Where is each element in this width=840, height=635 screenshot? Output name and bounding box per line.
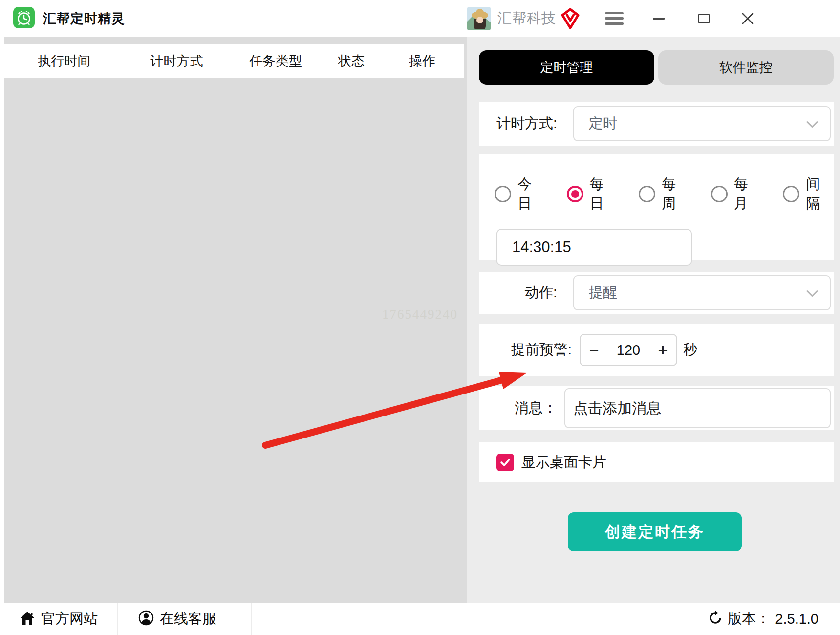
app-window: 汇帮定时精灵 汇帮科技 xyxy=(0,0,840,635)
tab-software-monitor[interactable]: 软件监控 xyxy=(658,50,834,85)
app-title: 汇帮定时精灵 xyxy=(43,10,125,27)
radio-weekly[interactable]: 每周 xyxy=(639,175,689,214)
radio-interval[interactable]: 间隔 xyxy=(783,175,834,214)
radio-circle xyxy=(639,186,655,202)
column-header-task-type: 任务类型 xyxy=(229,52,322,70)
radio-circle xyxy=(495,186,511,202)
titlebar: 汇帮定时精灵 汇帮科技 xyxy=(0,0,840,37)
brand-v-badge-icon xyxy=(561,8,580,29)
action-select[interactable]: 提醒 xyxy=(573,275,831,310)
early-warning-value[interactable]: 120 xyxy=(617,342,640,358)
message-row: 消息： 点击添加消息 xyxy=(479,386,834,430)
panel-tabs: 定时管理 软件监控 xyxy=(479,50,834,85)
home-icon xyxy=(20,610,35,628)
online-support-link[interactable]: 在线客服 xyxy=(118,603,252,635)
action-label: 动作: xyxy=(479,283,557,303)
app-logo-alarm-clock-icon xyxy=(13,6,35,31)
column-header-run-time: 执行时间 xyxy=(4,52,124,70)
brand-name: 汇帮科技 xyxy=(497,9,556,28)
desktop-card-row: 显示桌面卡片 xyxy=(479,442,834,482)
footer-bar: 官方网站 在线客服 版本： 2.5.1.0 xyxy=(0,603,840,635)
radio-today[interactable]: 今日 xyxy=(495,175,545,214)
early-warning-row: 提前预警: − 120 + 秒 xyxy=(479,324,834,376)
column-header-timing-mode: 计时方式 xyxy=(124,52,229,70)
early-warning-stepper: − 120 + xyxy=(580,334,677,366)
person-icon xyxy=(138,610,154,628)
version-info[interactable]: 版本： 2.5.1.0 xyxy=(708,609,840,629)
show-desktop-card-checkbox[interactable] xyxy=(496,454,514,471)
timing-mode-value: 定时 xyxy=(589,114,617,133)
early-warning-label: 提前预警: xyxy=(479,340,572,360)
version-label: 版本： xyxy=(728,609,770,629)
show-desktop-card-label: 显示桌面卡片 xyxy=(521,453,606,472)
timing-mode-select[interactable]: 定时 xyxy=(573,106,831,141)
message-label: 消息： xyxy=(479,398,557,418)
create-task-button[interactable]: 创建定时任务 xyxy=(568,512,742,551)
chevron-down-icon xyxy=(806,285,818,301)
official-website-link[interactable]: 官方网站 xyxy=(0,603,118,635)
watermark-text: 1765449240 xyxy=(382,307,458,322)
radio-circle-selected xyxy=(567,186,583,202)
action-row: 动作: 提醒 xyxy=(479,272,834,314)
stepper-minus-button[interactable]: − xyxy=(589,342,599,358)
schedule-card: 今日 每日 每周 每月 间隔 14:30:1 xyxy=(479,154,834,260)
timing-mode-row: 计时方式: 定时 xyxy=(479,102,834,146)
time-input[interactable]: 14:30:15 xyxy=(496,229,692,266)
column-header-actions: 操作 xyxy=(381,52,464,70)
timing-mode-label: 计时方式: xyxy=(479,114,557,133)
radio-circle xyxy=(711,186,728,202)
chevron-down-icon xyxy=(806,116,818,132)
radio-circle xyxy=(783,186,799,202)
radio-monthly[interactable]: 每月 xyxy=(711,175,762,214)
task-table-panel: 执行时间 计时方式 任务类型 状态 操作 1765449240 xyxy=(4,37,467,603)
action-value: 提醒 xyxy=(589,283,617,303)
refresh-icon xyxy=(708,611,723,627)
user-avatar[interactable] xyxy=(467,7,491,30)
early-warning-unit: 秒 xyxy=(683,340,697,360)
column-header-status: 状态 xyxy=(322,52,381,70)
menu-icon[interactable] xyxy=(605,11,624,26)
minimize-icon[interactable] xyxy=(649,9,668,28)
close-icon[interactable] xyxy=(738,9,757,28)
tab-timer-management[interactable]: 定时管理 xyxy=(479,50,654,85)
stepper-plus-button[interactable]: + xyxy=(658,342,668,358)
maximize-icon[interactable] xyxy=(694,9,713,28)
message-input[interactable]: 点击添加消息 xyxy=(564,388,831,428)
task-table-header: 执行时间 计时方式 任务类型 状态 操作 xyxy=(4,44,464,78)
version-number: 2.5.1.0 xyxy=(775,611,818,627)
control-panel: 定时管理 软件监控 计时方式: 定时 今日 每日 xyxy=(467,37,840,603)
frequency-radio-group: 今日 每日 每周 每月 间隔 xyxy=(479,154,834,214)
radio-daily[interactable]: 每日 xyxy=(567,175,618,214)
